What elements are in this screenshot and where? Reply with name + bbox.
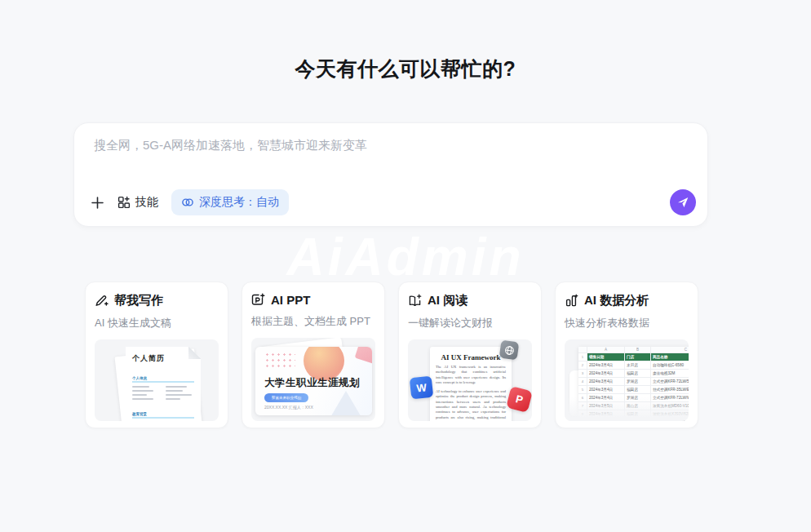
paper-title: AI UX Framework — [436, 353, 506, 361]
resume-page: 个人简历 个人信息 教育背景 — [126, 347, 201, 421]
sheet-row-number: 5 — [578, 386, 587, 394]
ppt-slide: 大学生职业生涯规划 探索未来职业规划 20XX.XX.XX 汇报人：XXX — [255, 347, 372, 415]
card-ai-reading[interactable]: AI 阅读 一键解读论文财报 AI UX Framework The AI UX… — [398, 282, 542, 428]
sheet-row-number: 2 — [578, 361, 587, 370]
sheet-cell: 挂式空调KFR-35LW/EN — [651, 386, 689, 394]
sheet-cell: 2024年3月4日 — [587, 386, 625, 394]
sheet-corner — [578, 347, 587, 353]
sheet-cell: 康佳电视32M — [651, 370, 689, 378]
book-icon — [408, 294, 422, 308]
skills-label: 技能 — [135, 195, 158, 210]
sheet-cell: 立式空调KFR-72LW/56 — [651, 378, 689, 386]
resume-section: 教育背景 — [132, 404, 194, 421]
paper-paragraph: AI technology to enhance user experience… — [436, 389, 506, 421]
page-title: 今天有什么可以帮忙的? — [0, 55, 811, 82]
sheet-data-row: 52024年3月4日福田店挂式空调KFR-35LW/EN — [578, 386, 689, 394]
card-writing[interactable]: 帮我写作 AI 快速生成文稿 个人简历 个人信息 — [85, 282, 228, 428]
sheet-cell: A — [587, 347, 625, 353]
card-title-row: AI 数据分析 — [565, 293, 689, 308]
bar-chart-icon — [565, 294, 578, 308]
ppt-preview: 大学生职业生涯规划 探索未来职业规划 20XX.XX.XX 汇报人：XXX — [251, 338, 375, 421]
sheet-data-row: 42024年3月4日罗湖店立式空调KFR-72LW/56 — [578, 378, 689, 386]
composer-toolbar: 技能 深度思考：自动 — [91, 189, 696, 215]
square-decoration — [355, 347, 372, 364]
card-title: AI PPT — [271, 293, 310, 307]
card-title-row: AI 阅读 — [408, 293, 532, 308]
sheet-cell: 2024年3月4日 — [587, 370, 625, 378]
sheet-cell: 2024年3月4日 — [587, 378, 625, 386]
ppt-slide-title: 大学生职业生涯规划 — [264, 376, 360, 390]
sheet-cell: 销售日期 — [587, 353, 625, 361]
skills-button[interactable]: 技能 — [117, 195, 158, 210]
card-title: 帮我写作 — [114, 293, 163, 308]
sheet-data-row: 32024年3月4日福田店康佳电视32M — [578, 370, 689, 378]
deep-think-icon — [181, 196, 194, 209]
sheet-cell: 商品名称 — [651, 353, 689, 361]
dots-decoration — [264, 352, 295, 368]
writing-preview: 个人简历 个人信息 教育背景 — [95, 339, 219, 421]
send-button[interactable] — [670, 189, 696, 215]
sheet-cell: B — [625, 347, 651, 353]
card-title-row: AI PPT — [251, 293, 375, 307]
resume-title: 个人简历 — [132, 353, 194, 364]
sheet-cell: 福田店 — [625, 370, 651, 378]
sheet-header-row: 1销售日期门店商品名称 — [578, 353, 689, 361]
sheet-cell: 福田店 — [625, 386, 651, 394]
feature-cards-row: 帮我写作 AI 快速生成文稿 个人简历 个人信息 — [85, 282, 698, 428]
card-title: AI 阅读 — [428, 293, 468, 308]
sheet-cell: 门店 — [625, 353, 651, 361]
sheet-row-number: 4 — [578, 378, 587, 386]
sheet-cell: 2024年3月4日 — [587, 361, 625, 370]
deep-think-label: 深度思考：自动 — [199, 195, 279, 210]
paper-paragraph: The AI UX framework is an innovative met… — [436, 365, 506, 386]
sheet-cell: 自动咖啡机C-6580 — [651, 361, 689, 370]
sheet-cell: 罗湖店 — [625, 378, 651, 386]
card-subtitle: AI 快速生成文稿 — [95, 316, 219, 330]
sheet-letter-row: ABC — [578, 347, 689, 353]
watermark: AiAdmin — [0, 227, 811, 287]
word-app-icon: W — [410, 376, 434, 400]
ppt-icon — [251, 293, 265, 307]
sheet-row-number: 3 — [578, 370, 587, 378]
chat-input[interactable] — [94, 138, 681, 180]
fade-overlay — [565, 397, 689, 421]
send-plane-icon — [676, 195, 690, 210]
pen-icon — [95, 294, 109, 308]
resume-section-label: 个人信息 — [132, 376, 194, 383]
card-subtitle: 根据主题、文档生成 PPT — [251, 314, 375, 329]
skills-blocks-icon — [117, 196, 131, 209]
sheet-cell: 水贝店 — [625, 361, 651, 370]
card-subtitle: 快速分析表格数据 — [565, 316, 689, 330]
chat-composer: 技能 深度思考：自动 — [73, 122, 708, 227]
card-ai-data-analysis[interactable]: AI 数据分析 快速分析表格数据 ABC1销售日期门店商品名称22024年3月4… — [555, 282, 698, 428]
sheet-cell: C — [651, 347, 689, 353]
resume-section-label: 教育背景 — [132, 412, 194, 419]
home-page: 今天有什么可以帮忙的? AiAdmin 技能 — [0, 0, 811, 532]
card-title-row: 帮我写作 — [95, 293, 219, 308]
triangle-decoration — [330, 391, 362, 415]
ppt-slide-badge: 探索未来职业规划 — [264, 393, 308, 402]
card-subtitle: 一键解读论文财报 — [408, 316, 532, 330]
deep-think-toggle[interactable]: 深度思考：自动 — [171, 189, 289, 215]
resume-bars — [132, 386, 194, 400]
ppt-slide-footer: 20XX.XX.XX 汇报人：XXX — [264, 405, 313, 410]
reading-preview: AI UX Framework The AI UX framework is a… — [408, 339, 532, 421]
data-preview: ABC1销售日期门店商品名称22024年3月4日水贝店自动咖啡机C-658032… — [565, 339, 689, 421]
paper-document: AI UX Framework The AI UX framework is a… — [430, 347, 512, 421]
plus-icon — [91, 196, 104, 210]
card-ai-ppt[interactable]: AI PPT 根据主题、文档生成 PPT 大学生职业生涯规划 探索未来职业规划 … — [242, 282, 385, 428]
resume-section: 个人信息 — [132, 368, 194, 400]
sheet-row-number: 1 — [578, 353, 587, 361]
page-fold-decoration — [188, 347, 201, 359]
web-app-icon — [499, 340, 520, 361]
card-title: AI 数据分析 — [584, 293, 649, 308]
sheet-data-row: 22024年3月4日水贝店自动咖啡机C-6580 — [578, 361, 689, 370]
add-attachment-button[interactable] — [91, 196, 104, 210]
